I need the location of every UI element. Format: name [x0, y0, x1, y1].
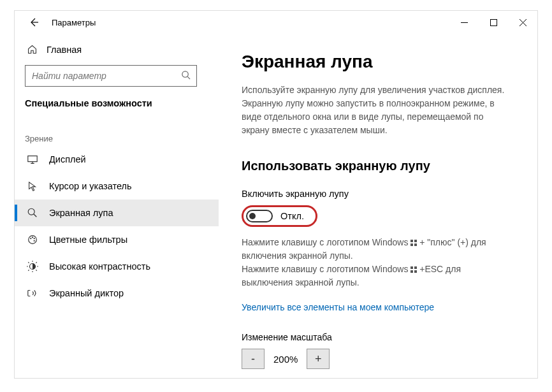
search-icon	[181, 70, 191, 82]
window-body: Главная Специальные возможности Зрение Д…	[15, 34, 537, 378]
zoom-controls: - 200% +	[242, 349, 512, 369]
home-button[interactable]: Главная	[15, 40, 219, 59]
sidebar-item-colorfilters[interactable]: Цветные фильтры	[15, 226, 219, 253]
titlebar: Параметры	[15, 11, 537, 34]
section-heading: Использовать экранную лупу	[242, 159, 512, 173]
sidebar-item-narrator[interactable]: Экранный диктор	[15, 280, 219, 307]
page-title: Экранная лупа	[242, 52, 512, 72]
windows-key-icon	[410, 240, 417, 246]
highlighted-toggle-area: Откл.	[242, 205, 317, 227]
sidebar-item-label: Дисплей	[49, 154, 86, 164]
page-description: Используйте экранную лупу для увеличения…	[242, 83, 509, 137]
maximize-button[interactable]	[479, 12, 508, 33]
svg-point-8	[34, 240, 35, 242]
contrast-icon	[26, 261, 39, 272]
enlarge-link[interactable]: Увеличить все элементы на моем компьютер…	[242, 302, 434, 312]
window-title: Параметры	[52, 18, 96, 27]
home-icon	[26, 44, 38, 55]
svg-point-1	[182, 71, 188, 76]
magnifier-toggle[interactable]	[246, 210, 273, 222]
monitor-icon	[26, 154, 39, 165]
toggle-label: Включить экранную лупу	[242, 189, 512, 199]
sidebar-item-label: Экранная лупа	[49, 208, 113, 218]
svg-rect-2	[28, 156, 37, 162]
svg-point-7	[34, 238, 35, 239]
svg-point-6	[32, 236, 33, 238]
sidebar-item-label: Высокая контрастность	[49, 261, 150, 272]
category-header: Специальные возможности	[15, 87, 219, 115]
sidebar-item-label: Экранный диктор	[49, 288, 124, 298]
zoom-out-button[interactable]: -	[242, 349, 265, 369]
sidebar-item-magnifier[interactable]: Экранная лупа	[15, 200, 219, 226]
close-button[interactable]	[508, 12, 537, 33]
svg-point-3	[28, 208, 34, 215]
settings-window: Параметры Главная	[14, 10, 538, 379]
search-input[interactable]	[32, 71, 181, 81]
shortcut-hint-on: Нажмите клавишу с логотипом Windows + "п…	[242, 236, 509, 289]
palette-icon	[26, 234, 39, 245]
sidebar-item-label: Цветные фильтры	[49, 235, 127, 245]
zoom-value: 200%	[265, 349, 307, 369]
minimize-icon	[461, 19, 468, 26]
windows-key-icon	[410, 266, 417, 273]
sidebar-item-cursor[interactable]: Курсор и указатель	[15, 173, 219, 200]
maximize-icon	[490, 19, 497, 26]
sidebar-item-label: Курсор и указатель	[49, 181, 132, 191]
section-label: Зрение	[15, 115, 219, 146]
svg-point-5	[30, 238, 31, 239]
content-pane: Экранная лупа Используйте экранную лупу …	[219, 34, 537, 378]
search-box[interactable]	[25, 65, 197, 87]
window-controls	[449, 12, 537, 33]
zoom-heading: Изменение масштаба	[242, 332, 512, 342]
sidebar-item-display[interactable]: Дисплей	[15, 146, 219, 173]
arrow-left-icon	[29, 17, 39, 27]
back-button[interactable]	[24, 12, 44, 33]
zoom-in-button[interactable]: +	[307, 349, 330, 369]
cursor-icon	[26, 180, 39, 192]
magnifier-icon	[26, 207, 39, 219]
toggle-state-text: Откл.	[280, 211, 304, 221]
close-icon	[519, 19, 527, 26]
narrator-icon	[26, 287, 39, 299]
home-label: Главная	[47, 45, 82, 55]
sidebar-item-highcontrast[interactable]: Высокая контрастность	[15, 253, 219, 280]
svg-rect-0	[490, 19, 497, 25]
sidebar: Главная Специальные возможности Зрение Д…	[15, 34, 219, 378]
minimize-button[interactable]	[449, 12, 479, 33]
